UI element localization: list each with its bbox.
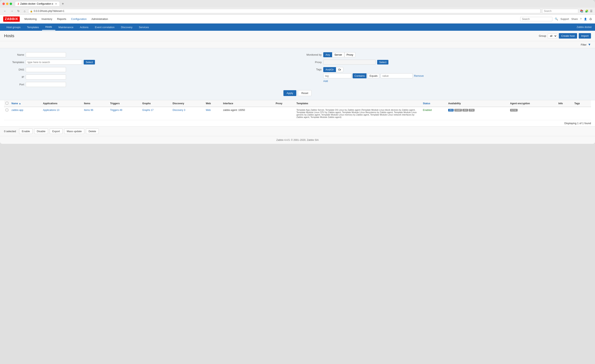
tag-remove-link[interactable]: Remove (414, 74, 424, 77)
select-all-checkbox[interactable] (6, 102, 8, 104)
row-templates: Template App Zabbix Server, Template OS … (295, 107, 421, 120)
host-name-link[interactable]: zabbix-app (11, 109, 23, 111)
subnav-templates[interactable]: Templates (24, 24, 42, 30)
help-icon[interactable]: ? (580, 18, 581, 21)
dns-input[interactable] (26, 67, 66, 72)
home-button[interactable]: ⌂ (22, 9, 27, 13)
nav-configuration[interactable]: Configuration (71, 17, 86, 21)
support-link[interactable]: Support (560, 18, 569, 21)
tag-name-input[interactable] (323, 73, 351, 78)
nav-reports[interactable]: Reports (57, 17, 66, 21)
port-input[interactable] (26, 82, 66, 87)
name-input[interactable] (26, 52, 66, 57)
disable-button[interactable]: Disable (34, 129, 48, 134)
reload-button[interactable]: ↻ (16, 9, 21, 13)
subnav-actions[interactable]: Actions (77, 24, 92, 30)
mass-update-button[interactable]: Mass update (64, 129, 84, 134)
tag-equals-button[interactable]: Equals (368, 73, 379, 78)
interface-value: zabbix-agent: 10050 (223, 109, 245, 111)
ip-input[interactable] (26, 75, 66, 80)
monitored-server-button[interactable]: Server (332, 52, 344, 57)
nav-inventory[interactable]: Inventory (42, 17, 52, 21)
browser-tab[interactable]: Z Zabbix docker: Configuration o ✕ (15, 2, 59, 6)
tag-value-input[interactable] (381, 73, 413, 78)
row-items: Items 96 (83, 107, 109, 120)
tags-and-or-button[interactable]: And/Or (323, 67, 336, 72)
zbx-badge: ZBX (448, 109, 453, 111)
enable-button[interactable]: Enable (19, 129, 32, 134)
display-count: Displaying 1 of 1 found (0, 120, 595, 126)
nav-administration[interactable]: Administration (92, 17, 108, 21)
tags-or-button[interactable]: Or (336, 67, 343, 72)
tab-close-icon[interactable]: ✕ (55, 3, 57, 5)
tag-contains-button[interactable]: Contains (353, 73, 367, 78)
monitored-proxy-button[interactable]: Proxy (344, 52, 355, 57)
col-templates: Templates (295, 100, 421, 107)
group-select[interactable]: all (548, 34, 557, 38)
discovery-link[interactable]: Discovery 3 (173, 109, 185, 111)
col-name[interactable]: Name ▲ (10, 100, 42, 107)
app-logo[interactable]: ZABBIX (3, 16, 20, 22)
row-status: Enabled (421, 107, 446, 120)
items-link[interactable]: Items 96 (84, 109, 93, 111)
import-button[interactable]: Import (579, 33, 591, 39)
subnav-hosts[interactable]: Hosts (42, 24, 55, 31)
subnav-discovery[interactable]: Discovery (118, 24, 135, 30)
name-row: Name (8, 52, 293, 57)
tab-title: Zabbix docker: Configuration o (20, 2, 53, 5)
app-container: ZABBIX Monitoring Inventory Reports Conf… (0, 15, 595, 144)
applications-link[interactable]: Applications 13 (43, 109, 59, 111)
col-graphs: Graphs (141, 100, 171, 107)
templates-input[interactable] (26, 60, 82, 65)
web-link[interactable]: Web (206, 109, 211, 111)
global-search-input[interactable] (520, 17, 552, 21)
tag-add-link[interactable]: Add (323, 80, 424, 82)
search-icon[interactable]: 🔍 (555, 17, 558, 21)
dns-label: DNS (8, 68, 24, 71)
user-icon[interactable]: 👤 (584, 18, 587, 21)
col-tags: Tags (573, 100, 591, 107)
page-title: Hosts (4, 34, 14, 38)
export-button[interactable]: Export (50, 129, 63, 134)
menu-icon[interactable]: ☰ (590, 9, 593, 13)
logout-icon[interactable]: ⏻ (589, 18, 592, 21)
maximize-button[interactable] (10, 3, 12, 5)
create-host-button[interactable]: Create host (559, 33, 577, 39)
tags-row: Tags And/Or Or Contains Equals (302, 67, 587, 82)
back-button[interactable]: ← (2, 9, 8, 13)
row-checkbox-col (4, 107, 10, 120)
apply-button[interactable]: Apply (283, 90, 297, 96)
close-button[interactable] (2, 3, 5, 5)
templates-label: Templates (8, 61, 24, 64)
minimize-button[interactable] (6, 3, 8, 5)
filter-icon[interactable]: ▼ (588, 43, 591, 46)
col-interface: Interface (221, 100, 274, 107)
delete-button[interactable]: Delete (86, 129, 99, 134)
reset-button[interactable]: Reset (298, 90, 312, 96)
proxy-input[interactable] (323, 60, 375, 65)
subnav-maintenance[interactable]: Maintenance (55, 24, 77, 30)
col-proxy: Proxy (274, 100, 295, 107)
triggers-link[interactable]: Triggers 49 (110, 109, 122, 111)
col-discovery: Discovery (171, 100, 204, 107)
hosts-table: Name ▲ Applications Items Triggers Graph… (4, 100, 591, 120)
graphs-link[interactable]: Graphs 17 (142, 109, 154, 111)
url-bar[interactable]: 🔒 0.0.0.0/hosts.php?ddreset=1 (28, 9, 540, 13)
share-link[interactable]: Share (571, 18, 578, 21)
subnav-host-groups[interactable]: Host groups (3, 24, 24, 30)
port-row: Port (8, 82, 293, 87)
subnav-event-correlation[interactable]: Event correlation (92, 24, 118, 30)
templates-select-button[interactable]: Select (84, 60, 95, 64)
row-checkbox[interactable] (6, 109, 8, 111)
subnav-services[interactable]: Services (135, 24, 152, 30)
nav-monitoring[interactable]: Monitoring (25, 17, 37, 21)
browser-search[interactable]: Search (542, 9, 578, 13)
proxy-select-button[interactable]: Select (377, 60, 389, 64)
new-tab-button[interactable]: + (60, 2, 66, 6)
forward-button[interactable]: → (9, 9, 14, 13)
page-header: Hosts Group all Create host Import (0, 31, 595, 41)
status-badge: Enabled (423, 109, 432, 111)
row-web: Web (204, 107, 221, 120)
monitored-any-button[interactable]: Any (323, 52, 332, 57)
filter-row-1: Name Templates Select DNS IP (8, 52, 587, 87)
